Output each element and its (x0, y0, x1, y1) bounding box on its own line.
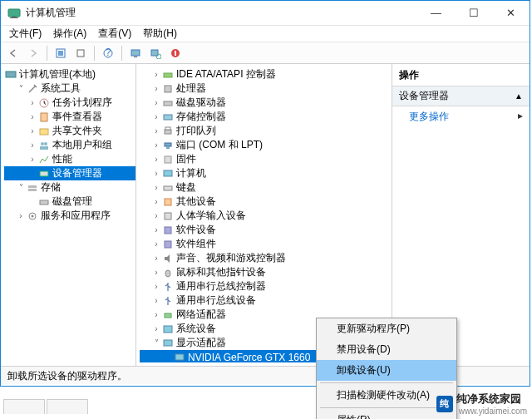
svg-rect-14 (6, 71, 16, 77)
menu-action[interactable]: 操作(A) (48, 25, 91, 42)
tree-disk-mgmt[interactable]: 磁盘管理 (4, 195, 135, 209)
usb-icon (161, 294, 175, 308)
device-category[interactable]: ›处理器 (140, 81, 392, 96)
expand-icon[interactable]: › (27, 126, 37, 136)
actions-subheader[interactable]: 设备管理器 ▲ (392, 86, 530, 106)
device-category[interactable]: ›存储控制器 (140, 110, 392, 124)
tree-task-scheduler[interactable]: › 任务计划程序 (4, 96, 135, 110)
svg-rect-37 (164, 186, 172, 190)
tree-storage[interactable]: ˅ 存储 (4, 180, 135, 195)
svg-point-19 (44, 142, 47, 145)
svg-rect-30 (164, 115, 172, 120)
svg-point-18 (41, 142, 44, 145)
cpu-icon (161, 82, 175, 96)
svg-rect-33 (165, 143, 171, 146)
title-bar[interactable]: 计算机管理 — ☐ ✕ (1, 1, 530, 26)
menu-view[interactable]: 查看(V) (93, 25, 136, 42)
tree-label: 本地用户和组 (52, 138, 112, 152)
device-category[interactable]: ›软件设备 (140, 223, 392, 237)
svg-rect-44 (164, 326, 172, 333)
menu-update-driver[interactable]: 更新驱动程序(P) (317, 318, 456, 339)
tree-root[interactable]: 计算机管理(本地) (4, 67, 135, 81)
device-category[interactable]: ›计算机 (140, 166, 392, 180)
tree-label: 磁盘驱动器 (176, 96, 226, 110)
software-icon (161, 224, 175, 237)
menu-disable-device[interactable]: 禁用设备(D) (317, 339, 456, 360)
display-icon (161, 337, 175, 350)
menu-file[interactable]: 文件(F) (4, 25, 47, 42)
firmware-icon (161, 153, 175, 166)
tree-device-manager[interactable]: 设备管理器 (4, 166, 135, 180)
device-category[interactable]: ›固件 (140, 152, 392, 166)
device-category[interactable]: ›通用串行总线控制器 (140, 279, 392, 293)
svg-rect-2 (10, 17, 18, 18)
svg-rect-13 (175, 51, 176, 56)
tab-placeholder[interactable] (3, 399, 45, 414)
tree-performance[interactable]: › 性能 (4, 152, 135, 166)
tab-placeholder[interactable] (47, 399, 88, 414)
svg-rect-20 (40, 146, 48, 150)
device-category[interactable]: ›打印队列 (140, 124, 392, 138)
scan-button[interactable] (146, 44, 165, 62)
hid-icon (161, 210, 175, 223)
toolbar-separator (47, 46, 47, 61)
services-icon (26, 210, 39, 223)
device-category[interactable]: ›IDE ATA/ATAPI 控制器 (140, 67, 392, 81)
expand-icon[interactable]: › (16, 211, 26, 220)
tree-shared-folders[interactable]: › 共享文件夹 (4, 124, 135, 138)
expand-icon[interactable]: › (27, 140, 37, 150)
close-button[interactable]: ✕ (492, 2, 530, 25)
collapse-icon[interactable]: ▲ (515, 91, 523, 101)
devmgr-icon (37, 167, 51, 180)
app-icon (7, 7, 21, 20)
more-actions-link[interactable]: 更多操作 ▸ (392, 106, 530, 127)
expand-icon[interactable]: › (27, 112, 37, 121)
device-category[interactable]: ›其他设备 (140, 195, 392, 209)
up-button[interactable] (52, 44, 70, 62)
minimize-button[interactable]: — (417, 2, 455, 25)
printer-icon (161, 125, 175, 138)
node-button[interactable] (71, 44, 90, 62)
svg-rect-27 (164, 73, 172, 77)
status-text: 卸载所选设备的驱动程序。 (7, 370, 127, 382)
menu-help[interactable]: 帮助(H) (138, 25, 182, 42)
storage-icon (26, 181, 39, 195)
left-tree-pane[interactable]: 计算机管理(本地) ˅ 系统工具 › 任务计划程序 › 事件查看器 › 共享文件… (1, 64, 136, 366)
disk-icon (161, 96, 175, 110)
menu-separator (320, 407, 453, 408)
tree-local-users[interactable]: › 本地用户和组 (4, 138, 135, 152)
pc-icon-button[interactable] (126, 44, 145, 62)
svg-rect-32 (165, 127, 170, 130)
device-category[interactable]: ›软件组件 (140, 237, 392, 251)
menu-uninstall-device[interactable]: 卸载设备(U) (317, 360, 456, 381)
device-category[interactable]: ›人体学输入设备 (140, 209, 392, 223)
ports-icon (161, 139, 175, 152)
disable-button[interactable] (166, 44, 185, 62)
toolbar-separator (121, 46, 122, 61)
forward-button[interactable] (24, 44, 42, 62)
back-button[interactable] (4, 44, 22, 62)
device-category[interactable]: ›磁盘驱动器 (140, 96, 392, 110)
computer-icon (4, 68, 17, 81)
gpu-icon (173, 351, 186, 363)
maximize-button[interactable]: ☐ (455, 2, 492, 25)
tree-label: 性能 (52, 152, 72, 166)
collapse-icon[interactable]: ˅ (16, 84, 26, 93)
expand-icon[interactable]: › (27, 155, 37, 164)
tree-services[interactable]: › 服务和应用程序 (4, 209, 135, 223)
tree-system-tools[interactable]: ˅ 系统工具 (4, 81, 135, 96)
device-category[interactable]: ›鼠标和其他指针设备 (140, 265, 392, 279)
other-icon (161, 195, 175, 209)
sound-icon (161, 252, 175, 265)
collapse-icon[interactable]: ˅ (16, 183, 26, 192)
expand-icon[interactable]: › (27, 98, 37, 107)
device-category[interactable]: ›端口 (COM 和 LPT) (140, 138, 392, 152)
collapse-icon[interactable]: ˅ (151, 338, 161, 348)
svg-rect-46 (175, 354, 184, 360)
tree-event-viewer[interactable]: › 事件查看器 (4, 110, 135, 124)
device-category[interactable]: ›键盘 (140, 180, 392, 195)
help-button[interactable]: ? (99, 44, 117, 62)
device-category[interactable]: ›通用串行总线设备 (140, 293, 392, 308)
device-category[interactable]: ›声音、视频和游戏控制器 (140, 251, 392, 265)
tree-label: 计算机管理(本地) (19, 67, 96, 81)
